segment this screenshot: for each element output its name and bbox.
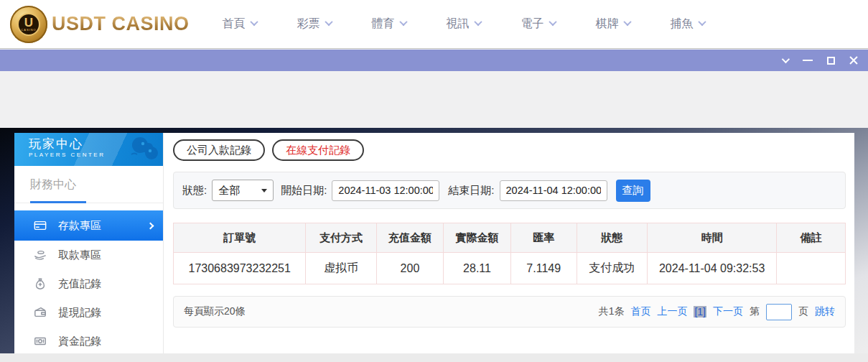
chevron-down-icon: [474, 18, 482, 26]
nav-item-fishing[interactable]: 捕魚: [650, 0, 725, 49]
filter-bar: 狀態: 全部 開始日期: 結束日期: 查詢: [173, 172, 846, 209]
sidebar-item-fund-records[interactable]: 資金記錄: [14, 327, 163, 356]
first-page-link[interactable]: 首页: [630, 305, 650, 318]
chevron-down-icon: [250, 18, 258, 26]
collapse-button[interactable]: [773, 50, 796, 71]
search-button[interactable]: 查詢: [616, 180, 650, 202]
start-date-input[interactable]: [332, 180, 439, 201]
select-caret-icon: [261, 189, 267, 192]
logo-letter: U: [24, 17, 33, 28]
jump-prefix-label: 第: [750, 305, 760, 318]
page-jump-input[interactable]: [766, 304, 792, 320]
main-nav: 首頁 彩票 體育 視訊 電子 棋牌 捕魚: [202, 0, 725, 49]
column-header-remark: 備註: [777, 223, 846, 253]
close-icon: [849, 55, 859, 65]
nav-item-cards[interactable]: 棋牌: [576, 0, 650, 49]
status-select-value: 全部: [218, 184, 240, 198]
column-header-order-no: 訂單號: [174, 223, 306, 253]
nav-item-live[interactable]: 視訊: [426, 0, 501, 49]
window-titlebar: [0, 50, 868, 71]
cell-rate: 7.1149: [510, 253, 577, 284]
sidebar-item-label: 取款專區: [58, 249, 101, 262]
finance-center-heading: 財務中心: [14, 166, 163, 192]
minimize-button[interactable]: [796, 50, 819, 71]
nav-label: 捕魚: [671, 17, 694, 32]
players-center-header: 玩家中心 PLAYERS CENTER: [14, 133, 163, 166]
chevron-down-icon: [399, 18, 407, 26]
pagination-bar: 每頁顯示20條 共1条 首页 上一页 [1] 下一页 第 页 跳转: [173, 296, 846, 328]
chevron-down-icon: [325, 18, 332, 26]
jump-suffix-label: 页: [798, 305, 808, 318]
maximize-icon: [827, 57, 835, 65]
chevron-down-icon: [698, 18, 706, 26]
tab-online-payment-records[interactable]: 在線支付記錄: [272, 139, 364, 161]
record-tabs: 公司入款記錄 在線支付記錄: [173, 139, 846, 161]
nav-item-slots[interactable]: 電子: [501, 0, 576, 49]
bank-card-icon: [34, 219, 47, 232]
nav-label: 電子: [521, 17, 544, 32]
cell-actual-amount: 28.11: [444, 253, 511, 284]
nav-item-home[interactable]: 首頁: [202, 0, 277, 49]
nav-label: 首頁: [223, 17, 246, 32]
nav-label: 彩票: [297, 17, 320, 32]
tab-company-deposit-records[interactable]: 公司入款記錄: [173, 139, 265, 161]
wallet-icon: [34, 306, 47, 319]
logo-sub-label: CASINO: [21, 28, 36, 32]
total-count-text: 共1条: [599, 305, 625, 318]
jump-button[interactable]: 跳转: [815, 305, 835, 318]
cell-status: 支付成功: [577, 253, 647, 284]
table-row: 1730683973232251 虚拟币 200 28.11 7.1149 支付…: [174, 253, 846, 284]
app-header: U CASINO USDT CASINO 首頁 彩票 體育 視訊 電子 棋牌: [0, 0, 868, 49]
page-background-band: [0, 71, 868, 128]
column-header-actual-amount: 實際金額: [444, 223, 511, 253]
cell-order-no: 1730683973232251: [174, 253, 306, 284]
sidebar-item-withdrawal-records[interactable]: 提現記錄: [14, 298, 163, 327]
banknote-icon: [34, 335, 47, 348]
nav-item-sports[interactable]: 體育: [352, 0, 426, 49]
next-page-link[interactable]: 下一页: [713, 305, 743, 318]
nav-label: 體育: [372, 17, 395, 32]
nav-label: 棋牌: [596, 17, 619, 32]
start-date-label: 開始日期:: [281, 184, 327, 198]
money-bag-icon: [34, 277, 47, 290]
status-select[interactable]: 全部: [212, 180, 274, 201]
brand-name: USDT CASINO: [52, 13, 190, 35]
sidebar-item-label: 提現記錄: [58, 306, 101, 320]
main-content: 公司入款記錄 在線支付記錄 狀態: 全部 開始日期: 結束日期: 查詢 訂單號: [164, 133, 854, 353]
page-size-text: 每頁顯示20條: [184, 305, 246, 318]
table-header-row: 訂單號 支付方式 充值金額 實際金額 匯率 狀態 時間 備註: [174, 223, 846, 253]
gamepad-icon: [114, 134, 160, 164]
column-header-recharge-amount: 充值金額: [376, 223, 444, 253]
end-date-label: 結束日期:: [448, 184, 494, 198]
column-header-rate: 匯率: [510, 223, 577, 253]
sidebar-item-deposit-zone[interactable]: 存款專區: [14, 210, 163, 241]
status-label: 狀態:: [182, 184, 207, 198]
sidebar-item-label: 充值記錄: [58, 277, 101, 291]
nav-item-lottery[interactable]: 彩票: [277, 0, 352, 49]
brand-logo[interactable]: U CASINO USDT CASINO: [10, 6, 190, 43]
nav-label: 視訊: [447, 17, 470, 32]
chevron-down-icon: [549, 18, 556, 26]
records-table: 訂單號 支付方式 充值金額 實際金額 匯率 狀態 時間 備註 173068397…: [173, 223, 846, 284]
section-divider: [14, 201, 163, 203]
column-header-status: 狀態: [577, 223, 647, 253]
prev-page-link[interactable]: 上一页: [657, 305, 687, 318]
current-page-indicator: [1]: [694, 306, 706, 317]
sidebar-item-withdraw-zone[interactable]: 取款專區: [14, 241, 163, 269]
cell-recharge-amount: 200: [376, 253, 444, 284]
sidebar-item-recharge-records[interactable]: 充值記錄: [14, 269, 163, 298]
chevron-down-icon: [623, 18, 631, 26]
section-divider-accent: [30, 201, 86, 203]
logo-ball-icon: U CASINO: [10, 6, 47, 43]
end-date-input[interactable]: [500, 180, 607, 201]
close-button[interactable]: [842, 50, 865, 71]
sidebar: 玩家中心 PLAYERS CENTER 財務中心 存款專區: [14, 133, 164, 353]
maximize-button[interactable]: [819, 50, 842, 71]
cell-pay-method: 虚拟币: [306, 253, 376, 284]
content-panel: 玩家中心 PLAYERS CENTER 財務中心 存款專區: [14, 133, 854, 353]
cell-time: 2024-11-04 09:32:53: [647, 253, 777, 284]
chevron-right-icon: [147, 222, 154, 229]
column-header-time: 時間: [647, 223, 777, 253]
hand-coins-icon: [34, 249, 47, 261]
cell-remark: [777, 253, 846, 284]
